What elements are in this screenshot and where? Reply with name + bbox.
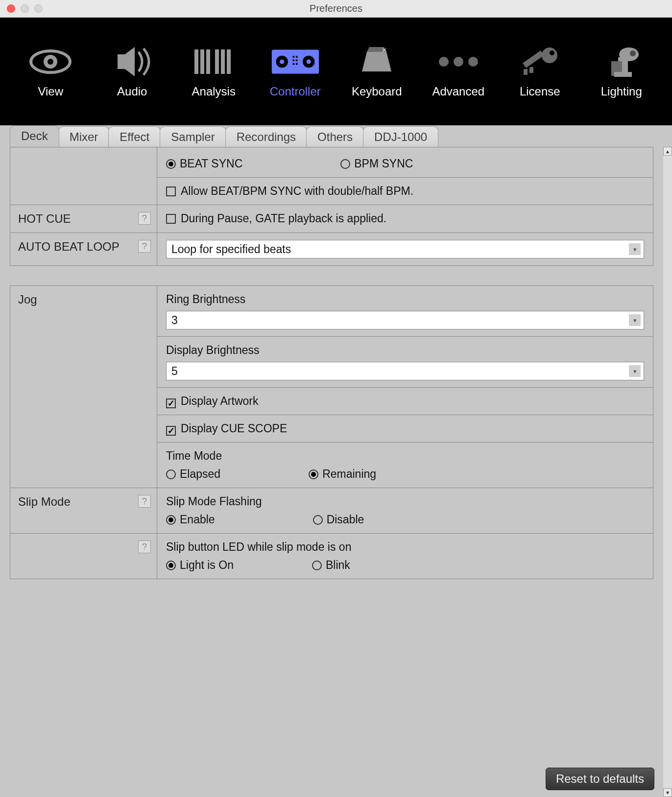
tab-others[interactable]: Others xyxy=(306,126,364,147)
display-artwork-checkbox[interactable]: Display Artwork xyxy=(166,395,258,407)
key-icon xyxy=(515,45,564,79)
checkbox-icon xyxy=(166,398,176,408)
traffic-lights xyxy=(0,4,43,13)
category-tabs: Deck Mixer Effect Sampler Recordings Oth… xyxy=(0,125,672,147)
minimize-window-button[interactable] xyxy=(21,4,29,13)
checkbox-icon xyxy=(166,187,176,196)
svg-rect-8 xyxy=(221,49,225,74)
radio-label: Blink xyxy=(326,559,350,572)
preferences-body: Deck Mixer Effect Sampler Recordings Oth… xyxy=(0,125,672,797)
slip-led-light-on-radio[interactable]: Light is On xyxy=(166,559,234,572)
chevron-down-icon: ▾ xyxy=(629,365,641,377)
field-label: Time Mode xyxy=(166,449,644,463)
time-elapsed-radio[interactable]: Elapsed xyxy=(166,468,220,481)
toolbar-item-advanced[interactable]: Advanced xyxy=(422,45,495,98)
toolbar-label: Lighting xyxy=(601,85,642,98)
ring-brightness-dropdown[interactable]: 3 ▾ xyxy=(166,311,644,329)
reset-to-defaults-button[interactable]: Reset to defaults xyxy=(546,768,654,790)
svg-rect-18 xyxy=(296,59,298,61)
tab-deck[interactable]: Deck xyxy=(10,125,59,147)
tab-effect[interactable]: Effect xyxy=(108,126,161,147)
checkbox-label: Display Artwork xyxy=(181,395,258,407)
tab-recordings[interactable]: Recordings xyxy=(225,126,307,147)
svg-rect-9 xyxy=(227,49,231,74)
toolbar-item-controller[interactable]: Controller xyxy=(259,45,332,98)
radio-label: Light is On xyxy=(180,559,234,572)
svg-rect-16 xyxy=(296,56,298,58)
svg-rect-30 xyxy=(524,69,528,75)
toolbar-label: Analysis xyxy=(192,85,236,98)
slip-led-blink-radio[interactable]: Blink xyxy=(312,559,350,572)
display-cue-scope-checkbox[interactable]: Display CUE SCOPE xyxy=(166,422,287,435)
checkbox-label: During Pause, GATE playback is applied. xyxy=(181,212,386,225)
slip-flashing-disable-radio[interactable]: Disable xyxy=(313,513,364,526)
svg-point-28 xyxy=(550,50,554,55)
help-icon[interactable]: ? xyxy=(138,495,151,508)
radio-label: Remaining xyxy=(322,468,376,481)
radio-label: Disable xyxy=(327,513,364,526)
toolbar-item-lighting[interactable]: Lighting xyxy=(585,45,658,98)
svg-rect-7 xyxy=(215,49,219,74)
toolbar-item-audio[interactable]: Audio xyxy=(96,45,169,98)
allow-half-double-checkbox[interactable]: Allow BEAT/BPM SYNC with double/half BPM… xyxy=(166,185,413,197)
toolbar-item-keyboard[interactable]: ✕ Keyboard xyxy=(340,45,413,98)
help-icon[interactable]: ? xyxy=(138,540,151,553)
tab-mixer[interactable]: Mixer xyxy=(58,126,110,147)
tab-sampler[interactable]: Sampler xyxy=(160,126,226,147)
controller-icon xyxy=(271,45,320,79)
svg-rect-17 xyxy=(292,59,294,61)
radio-icon xyxy=(166,159,176,169)
setting-label: AUTO BEAT LOOP xyxy=(18,240,120,253)
jog-row-label: Jog xyxy=(10,286,157,488)
bars-icon xyxy=(189,45,238,79)
dropdown-value: 5 xyxy=(171,365,178,378)
svg-point-2 xyxy=(48,59,53,65)
auto-beat-loop-dropdown[interactable]: Loop for specified beats ▾ xyxy=(166,240,644,258)
eye-icon xyxy=(26,45,75,79)
radio-icon xyxy=(312,561,322,570)
gate-playback-checkbox[interactable]: During Pause, GATE playback is applied. xyxy=(166,212,386,225)
radio-label: BPM SYNC xyxy=(354,157,413,170)
window-title: Preferences xyxy=(310,3,362,14)
slip-mode-row-label: Slip Mode ? xyxy=(10,488,157,534)
bpm-sync-radio[interactable]: BPM SYNC xyxy=(340,157,413,170)
tab-label: DDJ-1000 xyxy=(374,130,427,144)
deck-settings-content: BEAT SYNC BPM SYNC Allow BEAT/BPM SYNC w… xyxy=(0,147,663,797)
checkbox-icon xyxy=(166,214,176,224)
scroll-up-arrow-icon[interactable]: ▴ xyxy=(663,147,672,156)
tab-label: Deck xyxy=(21,129,48,143)
sync-row-label xyxy=(10,147,157,205)
toolbar-item-license[interactable]: License xyxy=(503,45,576,98)
close-window-button[interactable] xyxy=(7,4,15,13)
toolbar-item-analysis[interactable]: Analysis xyxy=(177,45,250,98)
radio-label: Enable xyxy=(180,513,215,526)
chevron-down-icon: ▾ xyxy=(629,314,641,326)
toolbar-label: Keyboard xyxy=(352,85,402,98)
help-icon[interactable]: ? xyxy=(138,240,151,253)
svg-marker-3 xyxy=(118,47,135,76)
radio-icon xyxy=(340,159,350,169)
radio-icon xyxy=(313,515,323,525)
zoom-window-button[interactable] xyxy=(34,4,43,13)
scroll-down-arrow-icon[interactable]: ▾ xyxy=(663,788,672,797)
dropdown-value: Loop for specified beats xyxy=(171,243,291,256)
toolbar-label: Audio xyxy=(117,85,147,98)
checkbox-label: Allow BEAT/BPM SYNC with double/half BPM… xyxy=(181,185,413,197)
beat-sync-radio[interactable]: BEAT SYNC xyxy=(166,157,242,170)
tab-ddj1000[interactable]: DDJ-1000 xyxy=(363,126,438,147)
svg-rect-5 xyxy=(200,49,204,74)
field-label: Display Brightness xyxy=(166,344,644,357)
slip-flashing-enable-radio[interactable]: Enable xyxy=(166,513,215,526)
vertical-scrollbar[interactable]: ▴ ▾ xyxy=(663,147,672,797)
auto-beat-loop-row-label: AUTO BEAT LOOP ? xyxy=(10,233,157,266)
toolbar-item-view[interactable]: View xyxy=(14,45,87,98)
display-brightness-dropdown[interactable]: 5 ▾ xyxy=(166,362,644,380)
help-icon[interactable]: ? xyxy=(138,212,151,225)
field-label: Slip button LED while slip mode is on xyxy=(166,540,644,554)
toolbar-label: License xyxy=(520,85,560,98)
svg-point-27 xyxy=(542,47,557,63)
time-remaining-radio[interactable]: Remaining xyxy=(309,468,376,481)
jog-slip-table: Jog Ring Brightness 3 ▾ Display Brightne… xyxy=(10,285,653,579)
setting-label: Jog xyxy=(18,293,37,306)
svg-rect-6 xyxy=(206,49,210,74)
